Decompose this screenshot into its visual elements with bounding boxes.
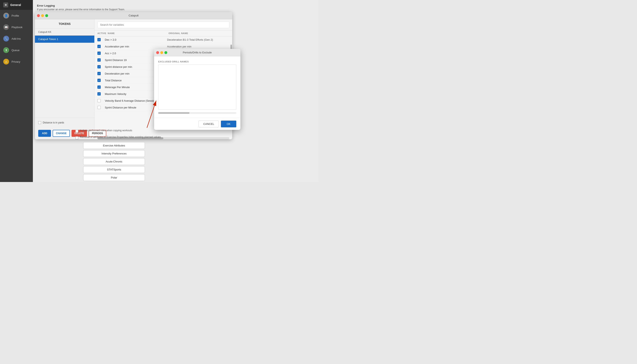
dialog-close-button[interactable] bbox=[156, 51, 159, 54]
sidebar-item-privacy[interactable]: ⚠ Privacy bbox=[0, 56, 33, 68]
maximize-button[interactable] bbox=[45, 14, 48, 17]
error-logging-desc: If you encounter an error, please send t… bbox=[37, 8, 314, 11]
dialog-controls bbox=[156, 51, 167, 54]
dialog-body: EXCLUDED DRILL NAMES bbox=[154, 56, 240, 118]
variable-checkbox[interactable]: ✓ bbox=[98, 65, 101, 68]
statsports-button[interactable]: STATSports bbox=[83, 166, 145, 173]
window-title: Catapult bbox=[129, 14, 138, 17]
sidebar-item-queue[interactable]: ⬆ Queue bbox=[0, 44, 33, 56]
sidebar-item-addins[interactable]: 🔧 Add-Ins bbox=[0, 33, 33, 44]
error-logging-title: Error Logging bbox=[37, 4, 314, 7]
dialog-scrollbar[interactable] bbox=[158, 112, 236, 114]
sidebar-header: ⚙ General bbox=[0, 0, 33, 10]
tokens-title: TOKENS bbox=[35, 19, 94, 28]
removal-attrs-label: Removal of attributes in Exercise Proper… bbox=[80, 136, 161, 138]
token-item-selected[interactable]: Catapult Token 1 bbox=[35, 36, 94, 43]
variable-checkbox[interactable] bbox=[98, 99, 101, 102]
variable-name: Acceleration per min bbox=[105, 45, 167, 48]
variable-row[interactable]: ✓Dec > 2.0Deceleration B1-3 Total Effort… bbox=[94, 36, 232, 43]
general-icon: ⚙ bbox=[3, 2, 8, 8]
dialog-title: Periods/Drills to Exclude bbox=[183, 51, 212, 54]
copy-workouts-checkbox[interactable] bbox=[76, 130, 78, 133]
settings-section: Include performed rules when copying wor… bbox=[73, 129, 161, 182]
sidebar-label-profile: Profile bbox=[12, 14, 19, 17]
sidebar-item-playbook[interactable]: 📖 Playbook bbox=[0, 21, 33, 33]
yards-checkbox[interactable] bbox=[38, 121, 41, 124]
intensity-preferences-button[interactable]: Intensity Preferences bbox=[83, 150, 145, 157]
excluded-drill-names-label: EXCLUDED DRILL NAMES bbox=[158, 60, 236, 63]
dialog-minimize-button[interactable] bbox=[160, 51, 163, 54]
variable-original-name: Acceleration per min bbox=[167, 45, 229, 48]
close-button[interactable] bbox=[37, 14, 40, 17]
variable-checkbox[interactable]: ✓ bbox=[98, 38, 101, 41]
settings-checkbox-row2: Removal of attributes in Exercise Proper… bbox=[73, 136, 161, 140]
variable-checkbox[interactable]: ✓ bbox=[98, 58, 101, 62]
search-input[interactable] bbox=[98, 21, 229, 28]
ok-button[interactable]: OK bbox=[221, 120, 236, 127]
token-group-label: Catapult KK bbox=[35, 28, 94, 36]
tokens-panel: TOKENS Catapult KK Catapult Token 1 Dist… bbox=[35, 19, 94, 139]
profile-icon: 👤 bbox=[3, 13, 9, 18]
window-controls bbox=[37, 14, 48, 17]
sidebar-header-label: General bbox=[10, 3, 21, 6]
sidebar-item-profile[interactable]: 👤 Profile bbox=[0, 10, 33, 21]
error-logging-section: Error Logging If you encounter an error,… bbox=[37, 4, 314, 11]
yards-label: Distance is in yards bbox=[43, 121, 64, 124]
settings-checkbox-row1: Include performed rules when copying wor… bbox=[73, 129, 161, 134]
playbook-icon: 📖 bbox=[3, 24, 9, 30]
exercise-attributes-button[interactable]: Exercise Attributes bbox=[83, 142, 145, 149]
sidebar-label-addins: Add-Ins bbox=[12, 37, 21, 40]
minimize-button[interactable] bbox=[41, 14, 44, 17]
variable-checkbox[interactable]: ✓ bbox=[98, 86, 101, 89]
dialog-footer: CANCEL OK bbox=[154, 118, 240, 130]
dialog-maximize-button[interactable] bbox=[164, 51, 167, 54]
main-content: Error Logging If you encounter an error,… bbox=[33, 0, 318, 182]
sidebar: ⚙ General 👤 Profile 📖 Playbook 🔧 Add-Ins… bbox=[0, 0, 33, 182]
sidebar-label-queue: Queue bbox=[12, 49, 20, 52]
search-bar bbox=[94, 19, 232, 30]
variable-name: Dec > 2.0 bbox=[105, 38, 167, 41]
variable-checkbox[interactable]: ✓ bbox=[98, 45, 101, 48]
dialog-scrollbar-thumb bbox=[158, 112, 190, 114]
sidebar-label-privacy: Privacy bbox=[12, 60, 20, 63]
col-name-header: NAME bbox=[108, 32, 168, 34]
addins-icon: 🔧 bbox=[3, 36, 9, 42]
queue-icon: ⬆ bbox=[3, 47, 9, 53]
add-button[interactable]: ADD bbox=[38, 130, 51, 137]
variable-checkbox[interactable] bbox=[98, 106, 101, 109]
polar-button[interactable]: Polar bbox=[83, 174, 145, 181]
variable-checkbox[interactable]: ✓ bbox=[98, 72, 101, 75]
col-active-header: ACTIVE bbox=[98, 32, 108, 34]
variable-checkbox[interactable]: ✓ bbox=[98, 92, 101, 96]
col-original-header: ORIGINAL NAME bbox=[168, 32, 229, 34]
window-titlebar: Catapult bbox=[35, 12, 232, 19]
copy-workouts-label: Include performed rules when copying wor… bbox=[80, 129, 132, 132]
tokens-footer: Distance is in yards bbox=[35, 118, 94, 127]
excluded-drill-names-textarea[interactable] bbox=[158, 64, 236, 110]
acute-chronic-button[interactable]: Acute:Chronic bbox=[83, 158, 145, 165]
change-button[interactable]: CHANGE bbox=[52, 130, 70, 137]
variable-checkbox[interactable]: ✓ bbox=[98, 79, 101, 82]
variable-checkbox[interactable]: ✓ bbox=[98, 52, 101, 55]
cancel-button[interactable]: CANCEL bbox=[198, 120, 219, 127]
periods-dialog: Periods/Drills to Exclude EXCLUDED DRILL… bbox=[154, 49, 240, 130]
removal-attrs-checkbox[interactable] bbox=[76, 136, 78, 139]
sidebar-label-playbook: Playbook bbox=[12, 26, 22, 29]
variable-original-name: Deceleration B1-3 Total Efforts (Gen 2) bbox=[167, 38, 229, 41]
variables-header: ACTIVE NAME ORIGINAL NAME bbox=[94, 30, 232, 36]
dialog-titlebar: Periods/Drills to Exclude bbox=[154, 49, 240, 56]
privacy-icon: ⚠ bbox=[3, 59, 9, 64]
